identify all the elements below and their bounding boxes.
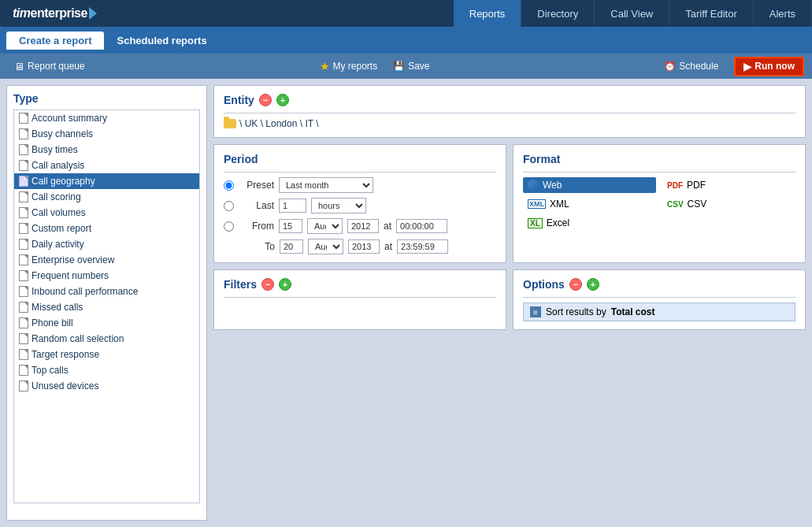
nav-tab-reports[interactable]: Reports (454, 0, 522, 27)
type-item-call-volumes[interactable]: Call volumes (14, 205, 199, 221)
type-item-enterprise-overview[interactable]: Enterprise overview (14, 252, 199, 268)
run-now-button[interactable]: ▶ Run now (734, 57, 804, 76)
period-divider (224, 172, 496, 173)
period-preset-row: Preset Last month This month Last week T… (224, 177, 496, 193)
period-from-row: From Aug at (224, 218, 496, 234)
doc-icon (19, 302, 28, 313)
entity-header: Entity − + (224, 94, 795, 106)
type-item-custom-report[interactable]: Custom report (14, 221, 199, 236)
filters-header: Filters − + (224, 278, 496, 291)
nav-tab-directory[interactable]: Directory (521, 0, 595, 27)
sub-tab-create-report[interactable]: Create a report (6, 32, 104, 50)
options-sort-item: ≡ Sort results by Total cost (523, 302, 795, 321)
doc-icon (19, 270, 28, 281)
entity-add-button[interactable]: + (276, 94, 289, 106)
sub-tab-scheduled-reports[interactable]: Scheduled reports (104, 32, 219, 50)
type-item-inbound-call-performance[interactable]: Inbound call performance (14, 284, 199, 299)
period-to-time-input[interactable] (397, 239, 448, 254)
type-item-label: Enterprise overview (32, 254, 114, 265)
format-title: Format (523, 153, 560, 165)
format-xml-label: XML (550, 199, 569, 210)
report-queue-button[interactable]: 🖥 Report queue (8, 58, 91, 75)
options-remove-button[interactable]: − (569, 278, 582, 291)
format-grid: Web PDF PDF XML XML CSV CSV (523, 177, 795, 231)
period-from-day-input[interactable] (279, 219, 302, 233)
nav-tab-call-view[interactable]: Call View (595, 0, 669, 27)
period-to-day-input[interactable] (280, 239, 303, 254)
logo-area: timenterprise (0, 0, 109, 27)
doc-icon (19, 176, 28, 187)
entity-remove-button[interactable]: − (259, 94, 272, 106)
web-icon (528, 180, 539, 191)
entity-divider (224, 113, 795, 113)
type-item-missed-calls[interactable]: Missed calls (14, 299, 199, 315)
type-item-call-geography[interactable]: Call geography (14, 173, 199, 189)
type-item-account-summary[interactable]: Account summary (14, 110, 199, 126)
schedule-button[interactable]: ⏰ Schedule (658, 58, 725, 74)
doc-icon (19, 223, 28, 234)
my-reports-button[interactable]: ★ My reports (313, 58, 384, 75)
period-from-time-input[interactable] (396, 219, 447, 233)
type-item-random-call-selection[interactable]: Random call selection (14, 331, 199, 347)
period-from-month-select[interactable]: Aug (307, 218, 343, 234)
period-from-year-input[interactable] (347, 219, 379, 233)
format-item-xml[interactable]: XML XML (523, 196, 656, 212)
save-label: Save (408, 61, 429, 72)
period-format-row: Period Preset Last month This month Last… (213, 144, 806, 263)
nav-tab-alerts[interactable]: Alerts (754, 0, 812, 27)
type-item-label: Random call selection (32, 333, 124, 344)
doc-icon (19, 365, 28, 376)
type-item-unused-devices[interactable]: Unused devices (14, 378, 199, 394)
format-item-excel[interactable]: XL Excel (523, 215, 656, 231)
type-item-label: Daily activity (32, 239, 84, 250)
format-item-csv[interactable]: CSV CSV (662, 196, 795, 212)
sort-icon: ≡ (530, 306, 541, 317)
type-item-label: Call geography (32, 176, 95, 187)
filters-add-button[interactable]: + (279, 278, 291, 291)
doc-icon (19, 160, 28, 171)
options-add-button[interactable]: + (587, 278, 599, 291)
type-item-top-calls[interactable]: Top calls (14, 362, 199, 378)
type-item-call-scoring[interactable]: Call scoring (14, 189, 199, 205)
period-preset-label: Preset (239, 180, 274, 191)
doc-icon (19, 239, 28, 250)
type-item-label: Account summary (32, 113, 107, 124)
filters-remove-button[interactable]: − (261, 278, 274, 291)
type-panel: Type Account summary Busy channels Busy … (6, 85, 207, 521)
period-to-month-select[interactable]: Aug (308, 239, 343, 254)
my-reports-label: My reports (333, 61, 378, 72)
report-queue-label: Report queue (28, 61, 85, 72)
type-item-busy-times[interactable]: Busy times (14, 142, 199, 158)
period-from-label: From (239, 221, 274, 232)
format-item-web[interactable]: Web (523, 177, 656, 193)
format-pdf-label: PDF (687, 180, 706, 191)
period-to-label: To (239, 241, 275, 252)
type-item-daily-activity[interactable]: Daily activity (14, 236, 199, 252)
period-last-radio[interactable] (224, 201, 234, 211)
period-from-at-label: at (384, 221, 391, 232)
type-item-frequent-numbers[interactable]: Frequent numbers (14, 268, 199, 284)
logo-enterprise: enterprise (31, 6, 87, 20)
type-item-label: Call scoring (32, 191, 81, 202)
nav-tabs: Reports Directory Call View Tariff Edito… (454, 0, 812, 27)
period-to-year-input[interactable] (348, 239, 380, 254)
type-item-target-response[interactable]: Target response (14, 347, 199, 362)
logo-arrow-icon (89, 7, 97, 20)
nav-tab-tariff-editor[interactable]: Tariff Editor (669, 0, 754, 27)
type-list-container[interactable]: Account summary Busy channels Busy times… (13, 109, 200, 503)
type-item-phone-bill[interactable]: Phone bill (14, 315, 199, 331)
period-from-radio[interactable] (224, 221, 234, 232)
pdf-icon: PDF (667, 181, 683, 190)
main-content: Type Account summary Busy channels Busy … (0, 79, 812, 527)
save-button[interactable]: 💾 Save (387, 58, 436, 74)
format-web-label: Web (543, 180, 562, 191)
type-item-call-analysis[interactable]: Call analysis (14, 158, 199, 173)
period-last-num-input[interactable] (279, 199, 306, 213)
type-item-label: Inbound call performance (32, 286, 138, 297)
type-item-busy-channels[interactable]: Busy channels (14, 126, 199, 142)
doc-icon (19, 380, 28, 392)
format-item-pdf[interactable]: PDF PDF (662, 177, 795, 193)
period-last-unit-select[interactable]: hours days weeks months (311, 198, 366, 213)
period-preset-select[interactable]: Last month This month Last week This wee… (279, 177, 373, 193)
period-preset-radio[interactable] (224, 180, 234, 191)
